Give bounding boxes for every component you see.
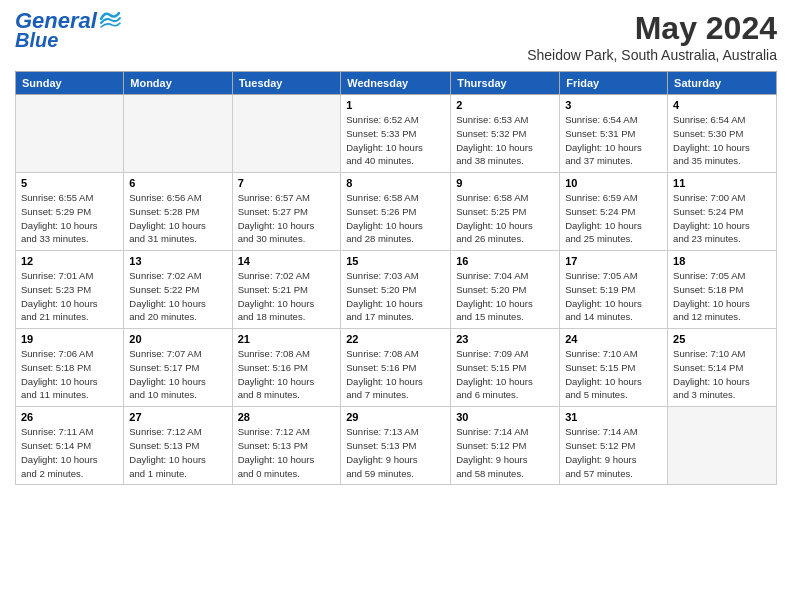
page-container: General Blue May 2024 Sheidow Park, Sout… xyxy=(0,0,792,495)
calendar-day-cell xyxy=(668,407,777,485)
calendar-day-cell xyxy=(232,95,341,173)
day-info: Sunrise: 6:58 AM Sunset: 5:26 PM Dayligh… xyxy=(346,191,445,246)
day-number: 13 xyxy=(129,255,226,267)
day-number: 2 xyxy=(456,99,554,111)
calendar-day-cell: 8Sunrise: 6:58 AM Sunset: 5:26 PM Daylig… xyxy=(341,173,451,251)
day-number: 22 xyxy=(346,333,445,345)
calendar-day-cell: 2Sunrise: 6:53 AM Sunset: 5:32 PM Daylig… xyxy=(451,95,560,173)
day-info: Sunrise: 7:02 AM Sunset: 5:22 PM Dayligh… xyxy=(129,269,226,324)
calendar-week-row: 5Sunrise: 6:55 AM Sunset: 5:29 PM Daylig… xyxy=(16,173,777,251)
day-info: Sunrise: 7:13 AM Sunset: 5:13 PM Dayligh… xyxy=(346,425,445,480)
calendar-day-cell: 13Sunrise: 7:02 AM Sunset: 5:22 PM Dayli… xyxy=(124,251,232,329)
calendar-day-cell: 11Sunrise: 7:00 AM Sunset: 5:24 PM Dayli… xyxy=(668,173,777,251)
calendar-day-cell: 23Sunrise: 7:09 AM Sunset: 5:15 PM Dayli… xyxy=(451,329,560,407)
calendar-week-row: 1Sunrise: 6:52 AM Sunset: 5:33 PM Daylig… xyxy=(16,95,777,173)
day-info: Sunrise: 7:11 AM Sunset: 5:14 PM Dayligh… xyxy=(21,425,118,480)
calendar-day-cell: 1Sunrise: 6:52 AM Sunset: 5:33 PM Daylig… xyxy=(341,95,451,173)
day-info: Sunrise: 6:56 AM Sunset: 5:28 PM Dayligh… xyxy=(129,191,226,246)
calendar-day-header: Friday xyxy=(560,72,668,95)
day-number: 8 xyxy=(346,177,445,189)
calendar-table: SundayMondayTuesdayWednesdayThursdayFrid… xyxy=(15,71,777,485)
calendar-day-cell: 5Sunrise: 6:55 AM Sunset: 5:29 PM Daylig… xyxy=(16,173,124,251)
day-number: 11 xyxy=(673,177,771,189)
title-block: May 2024 Sheidow Park, South Australia, … xyxy=(527,10,777,63)
day-info: Sunrise: 6:55 AM Sunset: 5:29 PM Dayligh… xyxy=(21,191,118,246)
day-number: 7 xyxy=(238,177,336,189)
calendar-day-cell: 19Sunrise: 7:06 AM Sunset: 5:18 PM Dayli… xyxy=(16,329,124,407)
header: General Blue May 2024 Sheidow Park, Sout… xyxy=(15,10,777,63)
day-number: 6 xyxy=(129,177,226,189)
calendar-day-cell: 21Sunrise: 7:08 AM Sunset: 5:16 PM Dayli… xyxy=(232,329,341,407)
calendar-day-header: Wednesday xyxy=(341,72,451,95)
calendar-day-cell: 7Sunrise: 6:57 AM Sunset: 5:27 PM Daylig… xyxy=(232,173,341,251)
calendar-day-header: Monday xyxy=(124,72,232,95)
day-info: Sunrise: 7:14 AM Sunset: 5:12 PM Dayligh… xyxy=(565,425,662,480)
month-title: May 2024 xyxy=(527,10,777,47)
calendar-day-cell: 29Sunrise: 7:13 AM Sunset: 5:13 PM Dayli… xyxy=(341,407,451,485)
calendar-day-cell: 12Sunrise: 7:01 AM Sunset: 5:23 PM Dayli… xyxy=(16,251,124,329)
day-info: Sunrise: 7:01 AM Sunset: 5:23 PM Dayligh… xyxy=(21,269,118,324)
day-info: Sunrise: 7:14 AM Sunset: 5:12 PM Dayligh… xyxy=(456,425,554,480)
day-info: Sunrise: 7:12 AM Sunset: 5:13 PM Dayligh… xyxy=(129,425,226,480)
day-number: 20 xyxy=(129,333,226,345)
calendar-day-header: Tuesday xyxy=(232,72,341,95)
day-info: Sunrise: 7:09 AM Sunset: 5:15 PM Dayligh… xyxy=(456,347,554,402)
day-info: Sunrise: 6:58 AM Sunset: 5:25 PM Dayligh… xyxy=(456,191,554,246)
location: Sheidow Park, South Australia, Australia xyxy=(527,47,777,63)
day-number: 10 xyxy=(565,177,662,189)
calendar-day-cell: 3Sunrise: 6:54 AM Sunset: 5:31 PM Daylig… xyxy=(560,95,668,173)
calendar-day-cell: 31Sunrise: 7:14 AM Sunset: 5:12 PM Dayli… xyxy=(560,407,668,485)
calendar-day-cell: 25Sunrise: 7:10 AM Sunset: 5:14 PM Dayli… xyxy=(668,329,777,407)
day-info: Sunrise: 7:08 AM Sunset: 5:16 PM Dayligh… xyxy=(238,347,336,402)
calendar-day-header: Saturday xyxy=(668,72,777,95)
calendar-week-row: 19Sunrise: 7:06 AM Sunset: 5:18 PM Dayli… xyxy=(16,329,777,407)
day-info: Sunrise: 7:06 AM Sunset: 5:18 PM Dayligh… xyxy=(21,347,118,402)
calendar-week-row: 12Sunrise: 7:01 AM Sunset: 5:23 PM Dayli… xyxy=(16,251,777,329)
day-number: 4 xyxy=(673,99,771,111)
day-number: 1 xyxy=(346,99,445,111)
calendar-day-cell: 20Sunrise: 7:07 AM Sunset: 5:17 PM Dayli… xyxy=(124,329,232,407)
day-info: Sunrise: 6:53 AM Sunset: 5:32 PM Dayligh… xyxy=(456,113,554,168)
day-number: 24 xyxy=(565,333,662,345)
day-info: Sunrise: 7:04 AM Sunset: 5:20 PM Dayligh… xyxy=(456,269,554,324)
calendar-day-cell: 14Sunrise: 7:02 AM Sunset: 5:21 PM Dayli… xyxy=(232,251,341,329)
calendar-day-cell: 4Sunrise: 6:54 AM Sunset: 5:30 PM Daylig… xyxy=(668,95,777,173)
day-info: Sunrise: 6:57 AM Sunset: 5:27 PM Dayligh… xyxy=(238,191,336,246)
day-number: 15 xyxy=(346,255,445,267)
day-info: Sunrise: 6:59 AM Sunset: 5:24 PM Dayligh… xyxy=(565,191,662,246)
calendar-day-cell: 26Sunrise: 7:11 AM Sunset: 5:14 PM Dayli… xyxy=(16,407,124,485)
calendar-day-cell: 28Sunrise: 7:12 AM Sunset: 5:13 PM Dayli… xyxy=(232,407,341,485)
calendar-day-cell: 30Sunrise: 7:14 AM Sunset: 5:12 PM Dayli… xyxy=(451,407,560,485)
day-info: Sunrise: 6:52 AM Sunset: 5:33 PM Dayligh… xyxy=(346,113,445,168)
logo: General Blue xyxy=(15,10,121,50)
day-info: Sunrise: 7:03 AM Sunset: 5:20 PM Dayligh… xyxy=(346,269,445,324)
day-number: 23 xyxy=(456,333,554,345)
day-info: Sunrise: 7:10 AM Sunset: 5:15 PM Dayligh… xyxy=(565,347,662,402)
calendar-day-cell: 24Sunrise: 7:10 AM Sunset: 5:15 PM Dayli… xyxy=(560,329,668,407)
day-info: Sunrise: 7:10 AM Sunset: 5:14 PM Dayligh… xyxy=(673,347,771,402)
day-info: Sunrise: 7:00 AM Sunset: 5:24 PM Dayligh… xyxy=(673,191,771,246)
day-number: 26 xyxy=(21,411,118,423)
day-number: 21 xyxy=(238,333,336,345)
calendar-day-cell: 10Sunrise: 6:59 AM Sunset: 5:24 PM Dayli… xyxy=(560,173,668,251)
calendar-day-cell: 15Sunrise: 7:03 AM Sunset: 5:20 PM Dayli… xyxy=(341,251,451,329)
calendar-day-cell: 6Sunrise: 6:56 AM Sunset: 5:28 PM Daylig… xyxy=(124,173,232,251)
day-number: 14 xyxy=(238,255,336,267)
day-info: Sunrise: 7:07 AM Sunset: 5:17 PM Dayligh… xyxy=(129,347,226,402)
day-info: Sunrise: 7:05 AM Sunset: 5:19 PM Dayligh… xyxy=(565,269,662,324)
day-number: 27 xyxy=(129,411,226,423)
calendar-day-cell: 18Sunrise: 7:05 AM Sunset: 5:18 PM Dayli… xyxy=(668,251,777,329)
calendar-day-cell: 22Sunrise: 7:08 AM Sunset: 5:16 PM Dayli… xyxy=(341,329,451,407)
day-number: 25 xyxy=(673,333,771,345)
day-number: 30 xyxy=(456,411,554,423)
day-number: 29 xyxy=(346,411,445,423)
day-info: Sunrise: 6:54 AM Sunset: 5:30 PM Dayligh… xyxy=(673,113,771,168)
day-number: 3 xyxy=(565,99,662,111)
calendar-day-cell: 16Sunrise: 7:04 AM Sunset: 5:20 PM Dayli… xyxy=(451,251,560,329)
calendar-day-header: Sunday xyxy=(16,72,124,95)
calendar-day-cell: 17Sunrise: 7:05 AM Sunset: 5:19 PM Dayli… xyxy=(560,251,668,329)
day-info: Sunrise: 7:02 AM Sunset: 5:21 PM Dayligh… xyxy=(238,269,336,324)
day-number: 5 xyxy=(21,177,118,189)
day-number: 12 xyxy=(21,255,118,267)
calendar-day-cell xyxy=(124,95,232,173)
